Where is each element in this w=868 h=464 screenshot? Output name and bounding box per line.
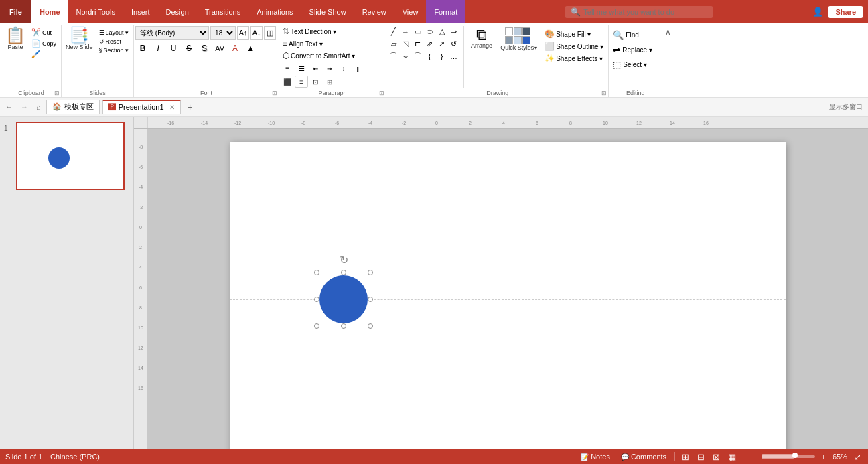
align-right-button[interactable]: ⊡ (309, 76, 322, 88)
line-spacing-button[interactable]: ↕ (337, 62, 350, 74)
shape-r3c3-icon[interactable]: ⌒ (412, 50, 423, 62)
shape-r2c5-icon[interactable]: ↗ (436, 38, 447, 50)
handle-ml[interactable] (314, 297, 319, 302)
template-tab[interactable]: 🏠 模板专区 (46, 100, 100, 114)
font-name-select[interactable]: 等线 (Body) (135, 26, 209, 40)
shape-more-icon[interactable]: … (448, 50, 459, 62)
shape-line-icon[interactable]: ╱ (388, 26, 399, 37)
numbering-button[interactable]: ☰ (295, 62, 308, 74)
zoom-slider[interactable] (762, 455, 815, 458)
shape-triangle-icon[interactable]: △ (436, 26, 447, 37)
outline-view-button[interactable]: ⊟ (696, 452, 706, 462)
shape-outline-button[interactable]: ⬜Shape Outline ▾ (542, 41, 605, 52)
presentation-tab[interactable]: 🅿 Presentation1 ✕ (102, 100, 181, 114)
shape-oval-icon[interactable]: ⬭ (424, 26, 435, 37)
highlight-button[interactable]: ▲ (243, 41, 258, 56)
handle-br[interactable] (368, 323, 373, 329)
handle-bl[interactable] (314, 323, 319, 329)
search-input[interactable] (583, 8, 691, 16)
columns-button[interactable]: ⫿ (351, 62, 364, 74)
shape-r3c1-icon[interactable]: ⌒ (388, 50, 399, 62)
convert-smartart-button[interactable]: ⬡Convert to SmartArt ▾ (281, 50, 357, 61)
format-painter-button[interactable]: 🖌️ (29, 49, 58, 59)
shape-arrow-icon[interactable]: → (400, 26, 411, 37)
handle-tc[interactable] (341, 270, 346, 275)
cut-button[interactable]: ✂️Cut (29, 27, 58, 37)
add-tab-button[interactable]: + (184, 100, 197, 114)
reading-view-button[interactable]: ▦ (727, 452, 737, 462)
new-slide-button[interactable]: 📑 New Slide (63, 26, 96, 52)
zoom-increase-button[interactable]: + (820, 453, 827, 461)
slide-thumbnail-1[interactable]: 1 (16, 122, 131, 190)
nav-back-button[interactable]: ← (3, 102, 15, 112)
drawing-expand-icon[interactable]: ⊡ (601, 90, 607, 96)
align-text-button[interactable]: ≡Align Text ▾ (281, 38, 325, 49)
strikethrough-button[interactable]: S (182, 41, 196, 56)
clear-format-button[interactable]: ◫ (264, 26, 276, 40)
align-left-button[interactable]: ⬛ (281, 76, 294, 88)
font-expand-icon[interactable]: ⊡ (272, 90, 277, 96)
font-color-button[interactable]: A (228, 41, 242, 56)
notes-button[interactable]: 📝 Notes (578, 453, 613, 461)
multiwindow-button[interactable]: 显示多窗口 (826, 101, 865, 113)
normal-view-button[interactable]: ⊞ (680, 452, 691, 462)
handle-tr[interactable] (368, 270, 373, 275)
justify-low-button[interactable]: ☰ (337, 76, 350, 88)
handle-mr[interactable] (368, 297, 373, 302)
design-tab[interactable]: Design (158, 0, 197, 23)
comments-button[interactable]: 💬 Comments (618, 453, 669, 461)
reset-button[interactable]: ↺Reset (97, 37, 131, 46)
increase-font-button[interactable]: A↑ (237, 26, 249, 40)
selected-shape[interactable]: ↻ (317, 273, 370, 326)
paragraph-expand-icon[interactable]: ⊡ (379, 90, 384, 96)
bold-button[interactable]: B (135, 41, 150, 56)
slide-sorter-button[interactable]: ⊠ (711, 452, 721, 462)
shape-r2c4-icon[interactable]: ⇗ (424, 38, 435, 50)
fit-window-button[interactable]: ⤢ (853, 452, 863, 462)
italic-button[interactable]: I (151, 41, 165, 56)
justify-button[interactable]: ⊞ (323, 76, 336, 88)
file-tab[interactable]: File (0, 0, 31, 23)
shape-rect-icon[interactable]: ▭ (412, 26, 423, 37)
insert-tab[interactable]: Insert (123, 0, 158, 23)
select-button[interactable]: ⬚Select ▾ (610, 58, 659, 71)
close-tab-button[interactable]: ✕ (169, 104, 175, 111)
decrease-font-button[interactable]: A↓ (250, 26, 263, 40)
shape-effects-button[interactable]: ✨Shape Effects ▾ (542, 53, 605, 64)
format-tab[interactable]: Format (426, 0, 465, 23)
increase-indent-button[interactable]: ⇥ (323, 62, 336, 74)
shadow-button[interactable]: S (197, 41, 212, 56)
share-button[interactable]: Share (828, 6, 863, 18)
shape-fill-button[interactable]: 🎨Shape Fill ▾ (542, 29, 605, 40)
shape-r2c2-icon[interactable]: ◹ (400, 38, 411, 50)
handle-tl[interactable] (314, 270, 319, 275)
shape-rt-arrow-icon[interactable]: ⇒ (448, 26, 459, 37)
text-direction-button[interactable]: ⇅Text Direction ▾ (281, 26, 338, 37)
replace-button[interactable]: ⇌Replace ▾ (610, 44, 659, 56)
copy-button[interactable]: 📄Copy (29, 38, 58, 48)
decrease-indent-button[interactable]: ⇤ (309, 62, 322, 74)
zoom-decrease-button[interactable]: − (749, 453, 755, 461)
font-size-select[interactable]: 18 (210, 26, 236, 40)
paste-button[interactable]: 📋 Paste (3, 26, 28, 52)
clipboard-expand-icon[interactable]: ⊡ (54, 90, 60, 96)
animations-tab[interactable]: Animations (248, 0, 301, 23)
align-center-button[interactable]: ≡ (295, 76, 308, 88)
rotate-handle[interactable]: ↻ (340, 254, 348, 266)
bullets-button[interactable]: ≡ (281, 62, 294, 74)
quick-styles-button[interactable]: Quick Styles ▾ (498, 26, 540, 52)
shape-r2c3-icon[interactable]: ⊏ (412, 38, 423, 50)
shape-r2c1-icon[interactable]: ▱ (388, 38, 399, 50)
arrange-button[interactable]: ⧉ Arrange (468, 26, 495, 50)
shape-r3c4-icon[interactable]: { (424, 50, 435, 62)
review-tab[interactable]: Review (354, 0, 394, 23)
section-button[interactable]: §Section ▾ (97, 46, 131, 54)
shape-r3c5-icon[interactable]: } (436, 50, 447, 62)
home-tab[interactable]: Home (31, 0, 68, 23)
shape-r2c6-icon[interactable]: ↺ (448, 38, 459, 50)
layout-button[interactable]: ☰Layout ▾ (97, 29, 131, 37)
shape-r3c2-icon[interactable]: ⌣ (400, 50, 411, 62)
slideshow-tab[interactable]: Slide Show (301, 0, 354, 23)
home-nav-button[interactable]: ⌂ (33, 102, 44, 112)
ribbon-collapse-button[interactable]: ∧ (665, 27, 671, 37)
